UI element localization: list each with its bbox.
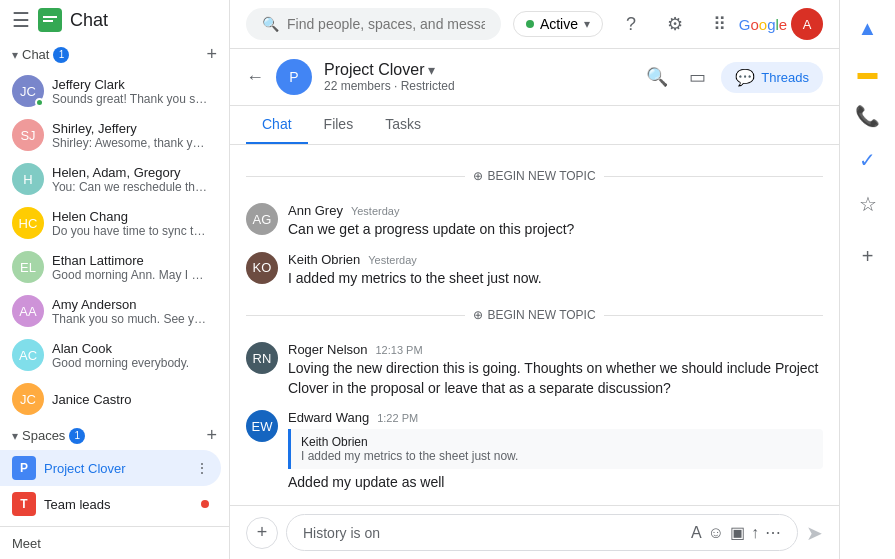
- chat-badge: 1: [53, 47, 69, 63]
- meet-section: Meet: [0, 526, 229, 559]
- message-text: Added my update as well: [288, 473, 823, 493]
- hamburger-icon[interactable]: ☰: [12, 8, 30, 32]
- chat-item-preview: Sounds great! Thank you so much Ann!: [52, 92, 209, 106]
- chat-item-text: Helen Chang Do you have time to sync tom…: [52, 209, 209, 238]
- chat-section-header[interactable]: ▾ Chat 1 +: [0, 40, 229, 69]
- add-apps-icon[interactable]: +: [848, 236, 888, 276]
- tab-files[interactable]: Files: [308, 106, 370, 144]
- main-area: 🔍 Active ▾ ? ⚙ ⠿ Google A ← P Project Cl…: [230, 0, 839, 559]
- upload-icon[interactable]: ↑: [751, 524, 759, 542]
- unread-dot: [201, 500, 209, 508]
- chat-list-item[interactable]: EL Ethan Lattimore Good morning Ann. May…: [0, 245, 221, 289]
- message-text: Can we get a progress update on this pro…: [288, 220, 823, 240]
- add-attachment-button[interactable]: +: [246, 517, 278, 549]
- message-text: I added my metrics to the sheet just now…: [288, 269, 823, 289]
- space-more-icon[interactable]: ⋮: [195, 460, 209, 476]
- topbar-right: Active ▾ ? ⚙ ⠿ Google A: [513, 8, 823, 40]
- video-icon[interactable]: ▭: [681, 61, 713, 93]
- chat-list-item[interactable]: AA Amy Anderson Thank you so much. See y…: [0, 289, 221, 333]
- apps-icon[interactable]: ⠿: [703, 8, 735, 40]
- chat-item-preview: Good morning everybody.: [52, 356, 189, 370]
- chat-item-name: Ethan Lattimore: [52, 253, 209, 268]
- chat-item-text: Shirley, Jeffery Shirley: Awesome, thank…: [52, 121, 209, 150]
- chat-list-item[interactable]: H Helen, Adam, Gregory You: Can we resch…: [0, 157, 221, 201]
- message: AG Ann Grey Yesterday Can we get a progr…: [246, 203, 823, 240]
- message-content: Roger Nelson 12:13 PM Loving the new dir…: [288, 342, 823, 398]
- chat-item-name: Amy Anderson: [52, 297, 209, 312]
- avatar: JC: [12, 383, 44, 415]
- spaces-section-header[interactable]: ▾ Spaces 1 +: [0, 421, 229, 450]
- active-status-badge[interactable]: Active ▾: [513, 11, 603, 37]
- space-header-actions: 🔍 ▭ 💬 Threads: [641, 61, 823, 93]
- divider-line: [604, 315, 823, 316]
- search-input[interactable]: [287, 16, 485, 32]
- reply-sender: Keith Obrien: [301, 435, 813, 449]
- message-avatar: KO: [246, 252, 278, 284]
- message-header: Edward Wang 1:22 PM: [288, 410, 823, 425]
- threads-icon: 💬: [735, 68, 755, 87]
- message-sender: Edward Wang: [288, 410, 369, 425]
- space-item-name: Team leads: [44, 497, 193, 512]
- tab-tasks[interactable]: Tasks: [369, 106, 437, 144]
- google-logo: Google: [747, 8, 779, 40]
- google-meet-icon[interactable]: 📞: [848, 96, 888, 136]
- message-content: Ann Grey Yesterday Can we get a progress…: [288, 203, 823, 240]
- message-content: Edward Wang 1:22 PM Keith Obrien I added…: [288, 410, 823, 493]
- add-chat-button[interactable]: +: [206, 44, 217, 65]
- chat-list-item[interactable]: HC Helen Chang Do you have time to sync …: [0, 201, 221, 245]
- chat-item-preview: Good morning Ann. May I ask a question?: [52, 268, 209, 282]
- chat-list-item[interactable]: JC Janice Castro: [0, 377, 221, 421]
- avatar: JC: [12, 75, 44, 107]
- chat-item-text: Ethan Lattimore Good morning Ann. May I …: [52, 253, 209, 282]
- chevron-down-icon: ▾: [584, 17, 590, 31]
- chat-list-item[interactable]: SJ Shirley, Jeffery Shirley: Awesome, th…: [0, 113, 221, 157]
- tab-chat[interactable]: Chat: [246, 106, 308, 144]
- chat-item-name: Shirley, Jeffery: [52, 121, 209, 136]
- search-bar[interactable]: 🔍: [246, 8, 501, 40]
- chat-item-text: Amy Anderson Thank you so much. See you …: [52, 297, 209, 326]
- active-label: Active: [540, 16, 578, 32]
- google-tasks-icon[interactable]: ✓: [848, 140, 888, 180]
- google-docs-icon[interactable]: ▬: [848, 52, 888, 92]
- space-avatar: P: [276, 59, 312, 95]
- chat-item-text: Jeffery Clark Sounds great! Thank you so…: [52, 77, 209, 106]
- chat-list-item[interactable]: JC Jeffery Clark Sounds great! Thank you…: [0, 69, 221, 113]
- add-space-button[interactable]: +: [206, 425, 217, 446]
- chat-item-preview: Shirley: Awesome, thank you for the...: [52, 136, 209, 150]
- space-items-list: P Project Clover ⋮ T Team leads M Market…: [0, 450, 229, 526]
- search-icon: 🔍: [262, 16, 279, 32]
- threads-button[interactable]: 💬 Threads: [721, 62, 823, 93]
- chat-list-item[interactable]: AC Alan Cook Good morning everybody.: [0, 333, 221, 377]
- topbar: 🔍 Active ▾ ? ⚙ ⠿ Google A: [230, 0, 839, 49]
- reply-text: I added my metrics to the sheet just now…: [301, 449, 813, 463]
- avatar: SJ: [12, 119, 44, 151]
- chat-section-label: Chat: [22, 47, 49, 62]
- space-list-item[interactable]: P Project Clover ⋮: [0, 450, 221, 486]
- star-icon[interactable]: ☆: [848, 184, 888, 224]
- input-toolbar: A ☺ ▣ ↑ ⋯: [691, 523, 781, 542]
- chat-item-preview: Do you have time to sync tomorrow mori..…: [52, 224, 209, 238]
- chat-items-list: JC Jeffery Clark Sounds great! Thank you…: [0, 69, 229, 421]
- emoji-icon[interactable]: ☺: [708, 524, 724, 542]
- message-time: 1:22 PM: [377, 412, 418, 424]
- search-space-icon[interactable]: 🔍: [641, 61, 673, 93]
- format-text-icon[interactable]: A: [691, 524, 702, 542]
- space-list-item[interactable]: T Team leads: [0, 486, 221, 522]
- divider-line: [604, 176, 823, 177]
- back-button[interactable]: ←: [246, 67, 264, 88]
- spaces-section-label: Spaces: [22, 428, 65, 443]
- message-sender: Keith Obrien: [288, 252, 360, 267]
- user-avatar[interactable]: A: [791, 8, 823, 40]
- image-icon[interactable]: ▣: [730, 523, 745, 542]
- divider-text: ⊕ BEGIN NEW TOPIC: [473, 169, 595, 183]
- chevron-down-icon[interactable]: ▾: [428, 62, 435, 78]
- chat-item-name: Helen Chang: [52, 209, 209, 224]
- settings-icon[interactable]: ⚙: [659, 8, 691, 40]
- send-button[interactable]: ➤: [806, 521, 823, 545]
- space-icon: P: [12, 456, 36, 480]
- google-drive-icon[interactable]: ▲: [848, 8, 888, 48]
- message-avatar: EW: [246, 410, 278, 442]
- more-options-icon[interactable]: ⋯: [765, 523, 781, 542]
- help-icon[interactable]: ?: [615, 8, 647, 40]
- message-input-box[interactable]: History is on A ☺ ▣ ↑ ⋯: [286, 514, 798, 551]
